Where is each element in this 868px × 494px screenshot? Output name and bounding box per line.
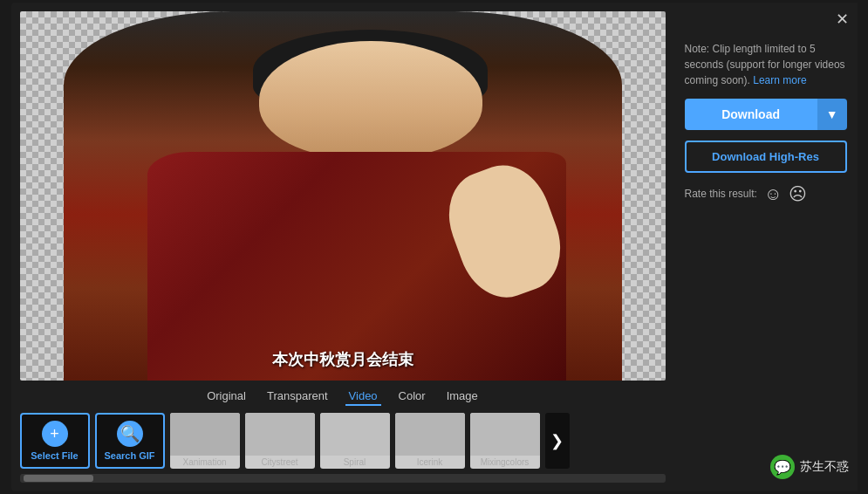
thumb-spiral[interactable]: Spiral xyxy=(320,413,390,469)
wechat-name: 苏生不惑 xyxy=(800,459,849,475)
main-container: 本次中秋赏月会结束 Original Transparent Video Col… xyxy=(11,3,858,491)
tab-bar: Original Transparent Video Color Image xyxy=(20,381,666,409)
tab-color[interactable]: Color xyxy=(395,388,429,406)
head-shape xyxy=(259,41,482,159)
wechat-bar: 💬 苏生不惑 xyxy=(770,455,849,479)
plus-icon: + xyxy=(42,421,68,447)
dropdown-arrow-icon: ▼ xyxy=(826,107,838,121)
thumb-label: Mixingcolors xyxy=(470,456,540,469)
note-text: Note: Clip length limited to 5 seconds (… xyxy=(685,41,847,88)
left-panel: 本次中秋赏月会结束 Original Transparent Video Col… xyxy=(11,3,674,491)
wechat-symbol: 💬 xyxy=(774,459,791,476)
next-arrow-button[interactable]: ❯ xyxy=(545,413,570,469)
portrait-shape xyxy=(64,11,622,381)
thumb-citystreet[interactable]: Citystreet xyxy=(245,413,315,469)
download-button[interactable]: Download xyxy=(685,99,817,130)
search-gif-button[interactable]: 🔍 Search GIF xyxy=(95,413,165,469)
subtitle: 本次中秋赏月会结束 xyxy=(20,346,666,374)
happy-icon[interactable]: ☺ xyxy=(764,184,782,204)
thumb-label: Xanimation xyxy=(170,456,240,469)
wechat-icon: 💬 xyxy=(770,455,795,479)
download-hires-button[interactable]: Download High-Res xyxy=(685,141,847,173)
scrollbar-thumb[interactable] xyxy=(24,475,93,482)
sad-icon[interactable]: ☹ xyxy=(789,183,807,204)
thumb-icerink[interactable]: Icerink xyxy=(395,413,465,469)
close-button[interactable]: ✕ xyxy=(836,11,849,27)
select-file-label: Select File xyxy=(31,450,78,461)
thumb-img xyxy=(395,413,465,456)
thumb-img xyxy=(170,413,240,456)
thumb-img xyxy=(320,413,390,456)
chevron-right-icon: ❯ xyxy=(550,431,564,450)
thumb-label: Spiral xyxy=(320,456,390,469)
thumb-img xyxy=(245,413,315,456)
search-gif-label: Search GIF xyxy=(104,450,154,461)
thumb-xanimation[interactable]: Xanimation xyxy=(170,413,240,469)
search-icon: 🔍 xyxy=(117,421,143,447)
rate-label: Rate this result: xyxy=(685,188,757,200)
video-preview: 本次中秋赏月会结束 xyxy=(20,11,666,381)
select-file-button[interactable]: + Select File xyxy=(20,413,90,469)
tab-original[interactable]: Original xyxy=(203,388,249,406)
download-arrow-button[interactable]: ▼ xyxy=(817,99,847,130)
right-panel: ✕ Note: Clip length limited to 5 seconds… xyxy=(674,3,858,491)
thumbnail-scrollbar[interactable] xyxy=(20,474,666,483)
tab-video[interactable]: Video xyxy=(345,388,381,406)
tab-image[interactable]: Image xyxy=(443,388,482,406)
thumbnail-row: + Select File 🔍 Search GIF Xanimation Ci… xyxy=(20,409,666,472)
download-row: Download ▼ xyxy=(685,99,847,130)
learn-more-link[interactable]: Learn more xyxy=(753,74,806,86)
rate-row: Rate this result: ☺ ☹ xyxy=(685,183,847,204)
tab-transparent[interactable]: Transparent xyxy=(263,388,331,406)
thumb-img xyxy=(470,413,540,456)
thumb-label: Icerink xyxy=(395,456,465,469)
thumb-mixingcolors[interactable]: Mixingcolors xyxy=(470,413,540,469)
thumb-label: Citystreet xyxy=(245,456,315,469)
